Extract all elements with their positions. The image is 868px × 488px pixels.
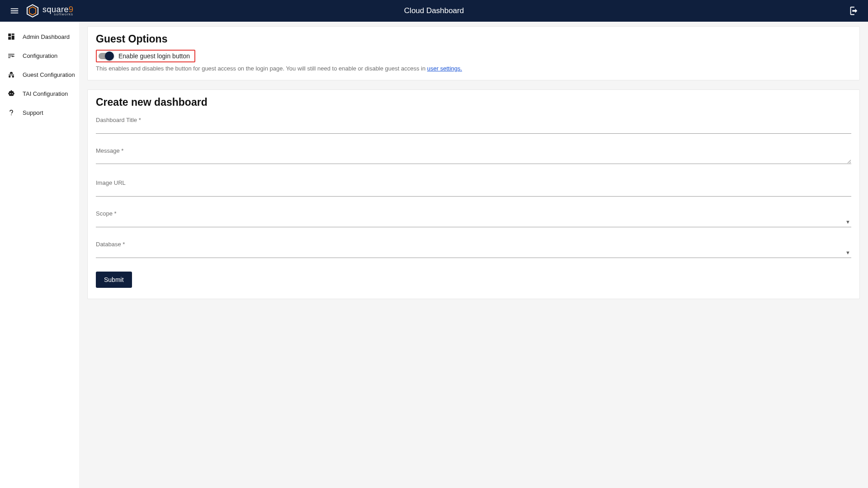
question-icon: [6, 108, 16, 117]
sidebar-item-label: Admin Dashboard: [23, 33, 70, 40]
guest-options-panel: Guest Options Enable guest login button …: [87, 26, 860, 80]
svg-marker-1: [29, 7, 36, 15]
incognito-icon: [6, 70, 16, 80]
main-content: Guest Options Enable guest login button …: [79, 22, 868, 488]
message-field-wrap: Message *: [96, 147, 851, 166]
sidebar-item-support[interactable]: Support: [0, 103, 79, 122]
highlighted-toggle-box: Enable guest login button: [96, 50, 195, 62]
sidebar-item-label: Support: [23, 109, 43, 116]
sidebar-item-configuration[interactable]: Configuration: [0, 46, 79, 65]
page-title: Cloud Dashboard: [404, 6, 464, 15]
dashboard-title-field[interactable]: [96, 124, 851, 134]
guest-options-helper: This enables and disables the button for…: [96, 65, 851, 72]
guest-options-title: Guest Options: [96, 33, 851, 45]
sidebar-item-admin-dashboard[interactable]: Admin Dashboard: [0, 27, 79, 46]
logout-icon: [849, 6, 859, 16]
app-header: square 9 softworks Cloud Dashboard: [0, 0, 868, 22]
create-dashboard-title: Create new dashboard: [96, 96, 851, 108]
sidebar-item-guest-configuration[interactable]: Guest Configuration: [0, 65, 79, 84]
sliders-icon: [6, 51, 16, 61]
scope-field-wrap: Scope * ▼: [96, 210, 851, 227]
create-dashboard-panel: Create new dashboard Dashboard Title * M…: [87, 89, 860, 299]
brand-logo: square 9 softworks: [25, 4, 73, 18]
database-select[interactable]: [96, 249, 851, 258]
sidebar: Admin Dashboard Configuration Guest Conf…: [0, 22, 79, 488]
message-field[interactable]: [96, 155, 851, 164]
dashboard-title-field-wrap: Dashboard Title *: [96, 117, 851, 134]
scope-label: Scope *: [96, 210, 851, 217]
user-settings-link[interactable]: user settings.: [427, 65, 462, 72]
logo-mark-icon: [25, 4, 40, 18]
image-url-field-wrap: Image URL: [96, 179, 851, 197]
dashboard-title-label: Dashboard Title *: [96, 117, 851, 123]
toggle-label: Enable guest login button: [118, 52, 190, 60]
sidebar-item-label: TAI Configuration: [23, 90, 68, 97]
database-field-wrap: Database * ▼: [96, 241, 851, 258]
message-label: Message *: [96, 147, 851, 154]
sidebar-item-label: Guest Configuration: [23, 71, 75, 78]
logout-button[interactable]: [844, 2, 863, 20]
sidebar-item-label: Configuration: [23, 52, 57, 59]
scope-select[interactable]: [96, 218, 851, 227]
menu-button[interactable]: [5, 2, 24, 20]
sidebar-item-tai-configuration[interactable]: TAI Configuration: [0, 84, 79, 103]
image-url-label: Image URL: [96, 179, 851, 186]
submit-button[interactable]: Submit: [96, 272, 132, 288]
robot-icon: [6, 89, 16, 99]
image-url-field[interactable]: [96, 187, 851, 197]
dashboard-icon: [6, 32, 16, 42]
database-label: Database *: [96, 241, 851, 248]
toggle-thumb: [105, 52, 114, 61]
helper-text-pre: This enables and disables the button for…: [96, 65, 427, 72]
enable-guest-login-toggle[interactable]: [99, 53, 112, 59]
hamburger-icon: [9, 6, 19, 16]
